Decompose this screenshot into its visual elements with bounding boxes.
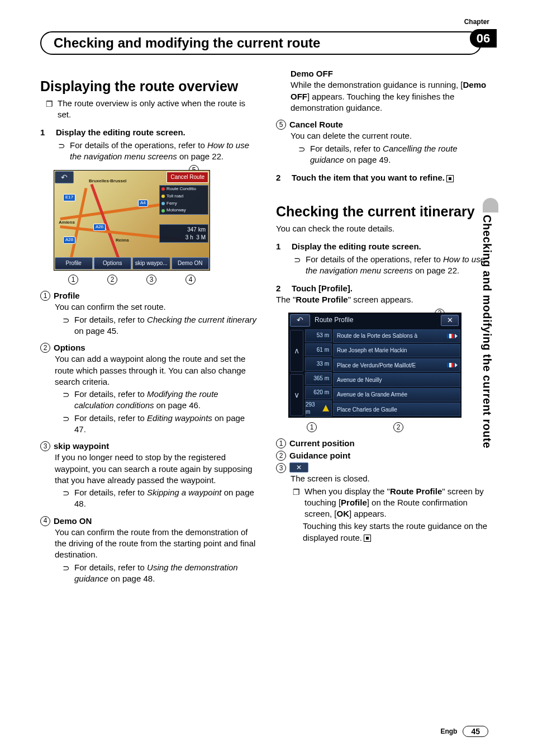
callout-number: 2 bbox=[107, 275, 117, 285]
callout-number: 3 bbox=[146, 275, 156, 285]
callout-cancel-body: You can delete the current route. bbox=[291, 130, 493, 141]
callout-profile-ref: For details, refer to Checking the curre… bbox=[74, 314, 257, 337]
back-button[interactable]: ↶ bbox=[290, 314, 310, 327]
callout-number: 5 bbox=[276, 120, 286, 130]
distance-column: 53 m 61 m 33 m 365 m 620 m 293 m bbox=[304, 329, 332, 417]
callout-number: 4 bbox=[40, 516, 50, 526]
figure1-callout-numbers: 1 2 3 4 bbox=[54, 274, 210, 285]
side-tab-text: Checking and modifying the current route bbox=[480, 206, 493, 448]
ref-arrow-icon: ⊃ bbox=[63, 315, 70, 337]
callout-number: 1 bbox=[40, 291, 50, 301]
route-profile-title: Route Profile bbox=[315, 315, 353, 324]
callout-options-ref1: For details, refer to Modifying the rout… bbox=[74, 389, 257, 412]
page-title: Checking and modifying the current route bbox=[54, 35, 320, 50]
road-shield: E17 bbox=[63, 194, 75, 201]
callout-number: 3 bbox=[276, 463, 286, 473]
page-title-pill: Checking and modifying the current route bbox=[40, 31, 482, 55]
step-number: 2 bbox=[276, 283, 286, 294]
callout-demo-title: Demo ON bbox=[54, 516, 92, 527]
ref-arrow-icon: ⊃ bbox=[58, 140, 65, 163]
back-button[interactable]: ↶ bbox=[55, 171, 74, 183]
demo-on-button[interactable]: Demo ON bbox=[172, 257, 210, 270]
ref-arrow-icon: ⊃ bbox=[298, 144, 306, 166]
street-row[interactable]: Avenue de la Grande Armée bbox=[333, 388, 460, 401]
ref-arrow-icon: ⊃ bbox=[294, 254, 301, 277]
ref-arrow-icon: ⊃ bbox=[63, 563, 70, 585]
legend-close-body: The screen is closed. bbox=[291, 473, 493, 484]
street-row[interactable]: Place Charles de Gaulle bbox=[333, 403, 460, 416]
callout-number: 4 bbox=[185, 275, 196, 285]
figure-route-overview: 5 E17 A28 A26 A4 Bruxelles·Brussel Amien… bbox=[54, 170, 210, 285]
legend-current-position: Current position bbox=[289, 438, 355, 449]
street-row[interactable]: Avenue de Neuilly bbox=[333, 373, 460, 386]
figure2-callout-numbers: 1 2 bbox=[288, 421, 461, 432]
callout-profile-title: Profile bbox=[54, 290, 80, 301]
distance-cell: 33 m bbox=[305, 357, 332, 370]
warning-icon bbox=[322, 405, 329, 412]
demo-off-title: Demo OFF bbox=[291, 68, 493, 79]
demo-off-body: While the demonstration guidance is runn… bbox=[291, 79, 493, 114]
callout-skip-title: skip waypoint bbox=[54, 441, 109, 452]
close-chip-icon: ✕ bbox=[289, 462, 308, 472]
distance-cell: 61 m bbox=[305, 343, 332, 356]
legend-guidance-point: Guidance point bbox=[289, 450, 350, 461]
step-number: 2 bbox=[276, 172, 286, 183]
street-row[interactable]: Route de la Porte des Sablons à bbox=[333, 329, 460, 343]
itinerary-lead: You can check the route details. bbox=[276, 223, 493, 234]
screenshot-route-profile: ↶ Route Profile ✕ ∧ ∨ 53 m 61 m 33 m 365… bbox=[288, 313, 461, 418]
screenshot-map-edit: E17 A28 A26 A4 Bruxelles·Brussel Amiens … bbox=[54, 170, 210, 271]
callout-cancel-ref: For details, refer to Cancelling the rou… bbox=[310, 143, 493, 166]
heading-overview: Displaying the route overview bbox=[40, 78, 257, 94]
footer-language: Engb bbox=[440, 727, 457, 735]
side-tab-bump bbox=[483, 198, 498, 212]
city-label: Amiens bbox=[59, 220, 75, 226]
figure-route-profile: 3 ↶ Route Profile ✕ ∧ ∨ 53 m 61 m bbox=[288, 313, 461, 432]
step1-ref: For details of the operations, refer to … bbox=[70, 140, 257, 163]
callout-skip-ref: For details, refer to Skipping a waypoin… bbox=[74, 487, 257, 510]
right-column: Demo OFF While the demonstration guidanc… bbox=[276, 68, 493, 585]
street-column: Route de la Porte des Sablons à Rue Jose… bbox=[332, 329, 461, 417]
options-button[interactable]: Options bbox=[94, 257, 132, 270]
end-section-icon bbox=[364, 535, 371, 542]
distance-panel: 347 km 3 h 3 M bbox=[159, 224, 208, 243]
callout-options-ref2: For details, refer to Editing waypoints … bbox=[74, 413, 257, 436]
callout-demo-body: You can confirm the route from the demon… bbox=[55, 527, 257, 561]
left-column: Displaying the route overview ❐ The rout… bbox=[40, 68, 257, 585]
step2-title: Touch the item that you want to refine. bbox=[292, 172, 493, 183]
step-number: 1 bbox=[276, 241, 286, 252]
street-row[interactable]: Rue Joseph et Marie Hackin bbox=[333, 344, 460, 357]
scroll-down-button[interactable]: ∨ bbox=[290, 374, 303, 416]
note-bullet-icon: ❐ bbox=[46, 99, 53, 121]
profile-button[interactable]: Profile bbox=[55, 257, 93, 270]
overview-note: The route overview is only active when t… bbox=[58, 98, 257, 121]
street-row[interactable]: Place de Verdun/Porte Maillot/E bbox=[333, 358, 460, 372]
it-step2-body: The "Route Profile" screen appears. bbox=[276, 294, 493, 305]
callout-number: 1 bbox=[68, 275, 78, 285]
cancel-route-button[interactable]: Cancel Route bbox=[166, 172, 208, 183]
heading-itinerary: Checking the current itinerary bbox=[276, 204, 493, 220]
end-section-icon bbox=[446, 175, 454, 182]
chapter-label: Chapter bbox=[464, 18, 489, 26]
page-footer: Engb 45 bbox=[440, 726, 488, 737]
close-button[interactable]: ✕ bbox=[441, 315, 459, 326]
callout-demo-ref: For details, refer to Using the demonstr… bbox=[74, 562, 257, 585]
legend-close-note: When you display the "Route Profile" scr… bbox=[304, 486, 493, 520]
scroll-up-button[interactable]: ∧ bbox=[290, 330, 303, 372]
distance-cell: 53 m bbox=[305, 329, 332, 342]
skip-waypoint-button[interactable]: skip waypo... bbox=[132, 257, 170, 270]
step-number: 1 bbox=[40, 127, 50, 138]
legend-close-note2: Touching this key starts the route guida… bbox=[303, 521, 493, 544]
callout-options-body: You can add a waypoint along the route a… bbox=[55, 353, 257, 388]
callout-cancel-title: Cancel Route bbox=[289, 119, 343, 130]
side-tab: Checking and modifying the current route bbox=[480, 206, 498, 541]
distance-cell: 620 m bbox=[305, 386, 332, 399]
road-shield: A4 bbox=[138, 200, 148, 207]
callout-number: 2 bbox=[393, 422, 403, 432]
footer-page-number: 45 bbox=[463, 726, 488, 737]
distance-cell: 365 m bbox=[305, 372, 332, 385]
callout-number: 2 bbox=[40, 343, 50, 353]
chevron-right-icon bbox=[455, 334, 458, 338]
note-bullet-icon: ❐ bbox=[293, 487, 300, 520]
callout-skip-body: If you no longer need to stop by the reg… bbox=[55, 452, 257, 486]
it-step2-title: Touch [Profile]. bbox=[292, 283, 493, 294]
